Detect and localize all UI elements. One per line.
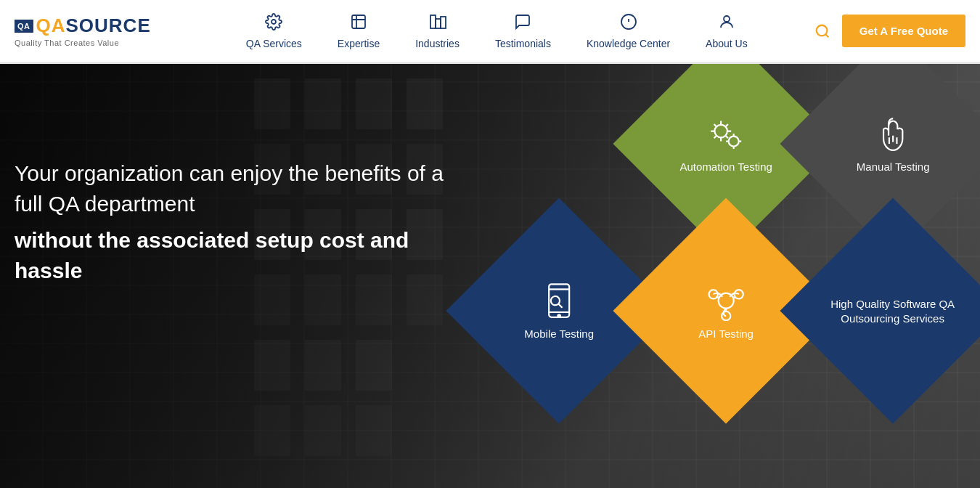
svg-point-0 [271, 20, 276, 24]
search-button[interactable] [814, 23, 830, 39]
nav-item-expertise[interactable]: Expertise [320, 13, 398, 49]
hero-section: Your organization can enjoy the benefits… [0, 64, 980, 488]
logo-subtitle: Quality That Creates Value [15, 38, 151, 47]
svg-line-42 [558, 304, 562, 308]
logo[interactable]: QA QASOURCE Quality That Creates Value [15, 15, 151, 47]
testimonials-icon [514, 13, 531, 35]
nav-label-knowledge-center: Knowledge Center [587, 38, 670, 49]
industries-icon [429, 13, 446, 35]
nav-item-testimonials[interactable]: Testimonials [478, 13, 569, 49]
nav-item-industries[interactable]: Industries [398, 13, 478, 49]
nav-label-qa-services: QA Services [246, 38, 302, 49]
nav-label-about-us: About Us [706, 38, 748, 49]
hero-headline-bold: without the associated setup cost and ha… [15, 225, 465, 286]
svg-rect-2 [436, 19, 441, 28]
svg-rect-3 [441, 17, 446, 28]
mobile-label: Mobile Testing [524, 327, 594, 341]
svg-line-9 [825, 34, 828, 37]
automation-label: Automation Testing [679, 160, 772, 174]
qa-services-icon [265, 13, 282, 35]
logo-box: QA [15, 20, 33, 33]
logo-text: QASOURCE [36, 15, 151, 37]
get-quote-button[interactable]: Get A Free Quote [842, 15, 965, 47]
diamond-grid: Automation Testing Manual Testing [494, 64, 980, 488]
svg-point-8 [817, 25, 828, 36]
knowledge-center-icon [620, 13, 637, 35]
api-label: API Testing [698, 327, 754, 341]
svg-point-33 [729, 137, 739, 147]
nav-item-qa-services[interactable]: QA Services [229, 13, 320, 49]
diamond-hq[interactable]: High Quality Software QA Outsourcing Ser… [780, 198, 980, 423]
svg-rect-1 [430, 15, 436, 28]
manual-label: Manual Testing [857, 160, 930, 174]
hero-text-block: Your organization can enjoy the benefits… [15, 158, 465, 286]
nav-item-about-us[interactable]: About Us [688, 13, 766, 49]
nav-label-industries: Industries [415, 38, 460, 49]
svg-point-41 [551, 296, 560, 305]
svg-point-7 [724, 16, 730, 22]
expertise-icon [350, 13, 367, 35]
svg-point-40 [558, 315, 560, 318]
nav-item-knowledge-center[interactable]: Knowledge Center [569, 13, 688, 49]
nav-menu: QA Services Expertise Industries [180, 13, 814, 49]
about-us-icon [718, 13, 735, 35]
hero-headline-light: Your organization can enjoy the benefits… [15, 158, 465, 219]
nav-label-testimonials: Testimonials [495, 38, 551, 49]
nav-actions: Get A Free Quote [814, 15, 965, 47]
navbar: QA QASOURCE Quality That Creates Value Q… [0, 0, 980, 64]
nav-label-expertise: Expertise [338, 38, 380, 49]
hq-label: High Quality Software QA Outsourcing Ser… [828, 297, 958, 325]
